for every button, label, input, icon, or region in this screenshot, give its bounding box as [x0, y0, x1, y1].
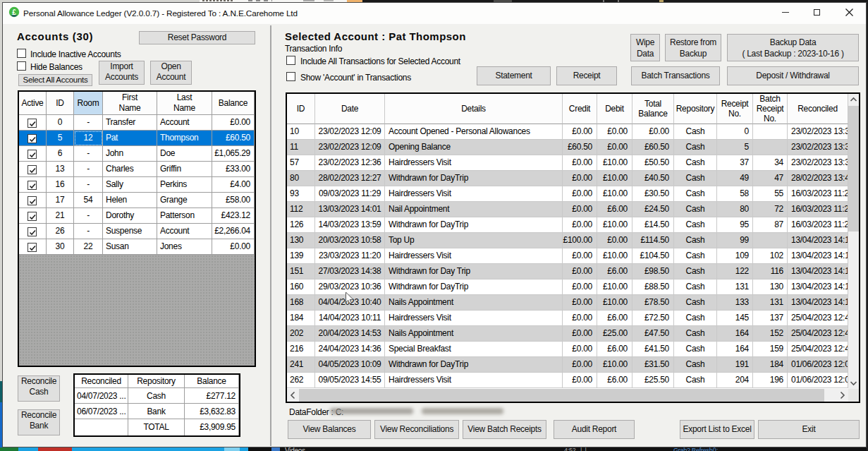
svg-text:£: £: [12, 8, 16, 16]
